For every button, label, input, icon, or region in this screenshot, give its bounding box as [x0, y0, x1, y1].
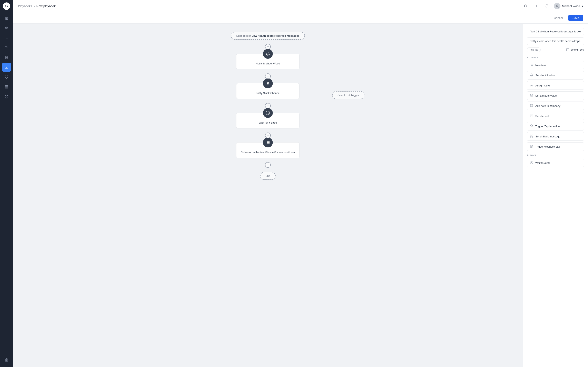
action-assign-csm[interactable]: Assign CSM	[527, 81, 584, 90]
svg-rect-9	[5, 85, 8, 88]
breadcrumb: Playbooks › New playbook	[18, 4, 522, 8]
action-new-task[interactable]: New task	[527, 61, 584, 69]
node-label-followup: Follow up with client if issue if score …	[241, 151, 295, 154]
connector-line-9	[268, 168, 268, 172]
flow-node-notify-slack[interactable]: # Notify Slack Channel	[236, 83, 300, 99]
end-trigger: End	[260, 172, 276, 180]
sidebar-item-globe[interactable]	[2, 53, 11, 62]
slack-icon	[530, 134, 533, 138]
flow-container: Start Trigger Low Health score Received …	[196, 32, 339, 180]
save-button[interactable]: Save	[568, 15, 583, 21]
connector-line-6	[268, 128, 268, 133]
avatar	[554, 3, 561, 9]
panel-meta-row: Add tag Show in 360	[527, 47, 584, 52]
action-trigger-zapier[interactable]: Trigger Zapier action	[527, 122, 584, 131]
branch-line-horizontal	[300, 95, 332, 95]
action-wait-for[interactable]: Wait for/until	[527, 159, 584, 167]
flow-node-wait[interactable]: Wait for 7 days	[236, 113, 300, 128]
sidebar-item-settings[interactable]	[2, 356, 11, 365]
add-button[interactable]	[533, 2, 540, 10]
sidebar-item-list[interactable]	[2, 33, 11, 42]
svg-line-38	[531, 145, 533, 147]
start-trigger-prefix: Start Trigger	[236, 34, 251, 37]
action-send-email-label: Send email	[535, 115, 549, 118]
action-new-task-label: New task	[535, 64, 546, 67]
set-attribute-icon	[530, 94, 533, 98]
breadcrumb-parent[interactable]: Playbooks	[18, 4, 32, 8]
zapier-icon	[530, 124, 533, 128]
add-node-btn-1[interactable]: +	[265, 73, 271, 79]
svg-point-30	[531, 95, 532, 96]
main-container: Playbooks › New playbook Michael Wood ▾	[13, 0, 588, 367]
webhook-icon	[530, 145, 533, 149]
add-tag-button[interactable]: Add tag	[527, 47, 541, 52]
send-email-icon	[530, 114, 533, 118]
node-label-notify-slack: Notify Slack Channel	[256, 92, 280, 95]
node-icon-wait	[263, 108, 273, 118]
right-panel: Add tag Show in 360 ACTIONS New task Sen…	[523, 24, 588, 367]
show-in-360-label: Show in 360	[571, 48, 584, 51]
svg-rect-37	[532, 136, 533, 137]
add-note-icon	[530, 104, 533, 108]
breadcrumb-current: New playbook	[36, 4, 56, 8]
panel-description-input[interactable]	[527, 37, 584, 45]
sidebar-item-table[interactable]	[2, 82, 11, 91]
connector-line-0	[268, 40, 268, 44]
action-send-slack[interactable]: Send Slack message	[527, 132, 584, 141]
breadcrumb-separator: ›	[34, 4, 35, 8]
add-node-btn-2[interactable]: +	[265, 103, 271, 109]
node-wrapper-notify-slack: # Notify Slack Channel Select Exit Trigg…	[196, 83, 339, 99]
sidebar-item-help[interactable]	[2, 92, 11, 101]
connector-line-2	[268, 69, 268, 73]
sidebar-item-tasks[interactable]	[2, 43, 11, 52]
action-wait-for-label: Wait for/until	[535, 161, 550, 165]
svg-point-0	[6, 27, 7, 28]
node-label-wait: Wait for 7 days	[259, 121, 277, 124]
sidebar: G ⊞	[0, 0, 13, 367]
action-send-slack-label: Send Slack message	[535, 135, 560, 138]
show-in-360-checkbox[interactable]	[566, 48, 569, 51]
wait-for-icon	[530, 161, 533, 165]
flow-node-notify-michael[interactable]: Notify Michael Wood	[236, 54, 300, 69]
add-node-btn-4[interactable]: +	[265, 162, 271, 168]
action-set-attribute[interactable]: Set attribute value	[527, 91, 584, 100]
show-in-360: Show in 360	[566, 48, 584, 51]
action-set-attribute-label: Set attribute value	[535, 94, 557, 97]
search-button[interactable]	[522, 2, 529, 10]
action-send-email[interactable]: Send email	[527, 112, 584, 120]
panel-title-input[interactable]	[527, 28, 584, 35]
flow-node-followup[interactable]: Follow up with client if issue if score …	[236, 142, 300, 158]
exit-trigger-box[interactable]: Select Exit Trigger	[332, 91, 364, 99]
cancel-button[interactable]: Cancel	[550, 15, 566, 21]
flows-section-label: FLOWS	[527, 154, 584, 157]
svg-point-11	[6, 360, 7, 361]
add-node-btn-3[interactable]: +	[265, 133, 271, 138]
svg-point-15	[557, 5, 558, 6]
add-node-btn-0[interactable]: +	[265, 44, 271, 50]
action-add-note[interactable]: Add note to company	[527, 101, 584, 110]
action-send-notification[interactable]: Send notification	[527, 71, 584, 80]
action-trigger-webhook[interactable]: Trigger webhook call	[527, 142, 584, 151]
user-info[interactable]: Michael Wood ▾	[554, 3, 583, 9]
sidebar-item-health[interactable]	[2, 73, 11, 82]
svg-rect-34	[530, 135, 531, 136]
node-icon-bell	[263, 49, 273, 59]
connector-line-8	[268, 158, 268, 162]
sidebar-item-dashboard[interactable]: ⊞	[2, 14, 11, 23]
sidebar-item-users[interactable]	[2, 24, 11, 33]
action-add-note-label: Add note to company	[535, 104, 561, 108]
svg-rect-36	[530, 136, 531, 137]
bell-button[interactable]	[543, 2, 551, 10]
node-wrapper-wait: Wait for 7 days	[196, 113, 339, 128]
start-trigger-label: Low Health score Received Messages	[252, 34, 300, 37]
assign-csm-icon	[530, 83, 533, 87]
node-icon-followup	[263, 138, 273, 147]
toolbar: Cancel Save	[13, 12, 588, 24]
node-icon-slack: #	[263, 78, 273, 88]
sidebar-item-playbooks[interactable]	[2, 63, 11, 72]
notification-icon	[530, 73, 533, 77]
action-send-notification-label: Send notification	[535, 74, 555, 77]
top-header: Playbooks › New playbook Michael Wood ▾	[13, 0, 588, 12]
action-trigger-zapier-label: Trigger Zapier action	[535, 125, 560, 128]
node-wrapper-notify-michael: Notify Michael Wood	[196, 54, 339, 69]
